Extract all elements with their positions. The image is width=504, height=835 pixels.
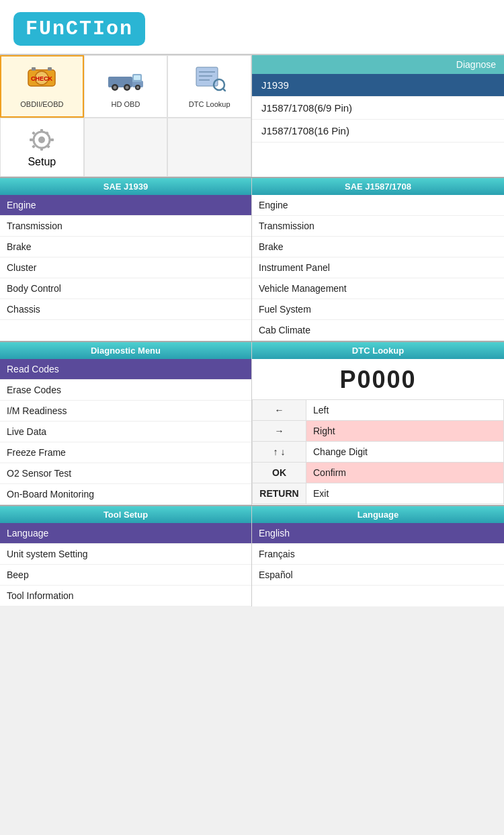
- sae-j1587-item-6[interactable]: Cab Climate: [252, 320, 504, 341]
- tool-setup-header: Tool Setup: [0, 506, 251, 523]
- diag-item-4[interactable]: Freeze Frame: [0, 442, 251, 463]
- diagnostic-menu-header: Diagnostic Menu: [0, 342, 251, 359]
- dtc-action-0: Left: [306, 400, 504, 421]
- setup-icon: [27, 126, 56, 156]
- dtc-key-4: RETURN: [253, 483, 306, 504]
- diag-item-0[interactable]: Read Codes: [0, 359, 251, 380]
- diagnose-item-0[interactable]: J1939: [252, 74, 504, 97]
- dtc-lookup-label: DTC Lookup: [189, 100, 230, 108]
- svg-point-22: [38, 136, 45, 143]
- svg-point-12: [125, 86, 128, 89]
- logo-text: FUnCTIon: [26, 17, 133, 40]
- svg-rect-24: [40, 147, 43, 151]
- tool-setup-panel: Tool Setup Language Unit system Setting …: [0, 506, 252, 606]
- diag-item-5[interactable]: O2 Sensor Test: [0, 463, 251, 484]
- dtc-keys-table: ← Left → Right ↑ ↓ Change Digit OK Confi…: [252, 399, 504, 504]
- obdii-icon-cell[interactable]: CHECK OBDII/EOBD: [0, 55, 84, 118]
- dtc-lookup-panel: DTC Lookup P0000 ← Left → Right ↑ ↓ Chan…: [252, 342, 504, 505]
- dtc-action-3: Confirm: [306, 463, 504, 483]
- obdii-label: OBDII/EOBD: [20, 100, 63, 108]
- svg-text:CHECK: CHECK: [31, 75, 53, 82]
- dtc-action-1: Right: [306, 421, 504, 442]
- language-header: Language: [252, 506, 504, 523]
- sae-j1587-item-2[interactable]: Brake: [252, 237, 504, 257]
- sae-j1587-header: SAE J1587/1708: [252, 178, 504, 195]
- svg-rect-8: [134, 75, 140, 80]
- svg-rect-3: [32, 67, 36, 71]
- sae-j1939-panel: SAE J1939 Engine Transmission Brake Clus…: [0, 178, 252, 341]
- svg-point-14: [136, 86, 139, 89]
- sae-j1939-item-0[interactable]: Engine: [0, 195, 251, 216]
- sae-j1939-header: SAE J1939: [0, 178, 251, 195]
- diag-item-6[interactable]: On-Board Monitoring: [0, 484, 251, 505]
- sae-j1587-item-1[interactable]: Transmission: [252, 216, 504, 237]
- svg-rect-25: [30, 138, 33, 141]
- diag-item-3[interactable]: Live Data: [0, 422, 251, 442]
- svg-rect-26: [50, 138, 54, 141]
- dtc-key-3: OK: [253, 463, 306, 483]
- hd-obd-icon-cell[interactable]: HD OBD: [84, 55, 168, 118]
- diagnostic-menu-panel: Diagnostic Menu Read Codes Erase Codes I…: [0, 342, 252, 505]
- dtc-key-1: →: [253, 421, 306, 442]
- svg-rect-23: [40, 129, 43, 132]
- lang-item-0[interactable]: English: [252, 523, 504, 544]
- dtc-key-0: ←: [253, 400, 306, 421]
- diag-item-2[interactable]: I/M Readiness: [0, 401, 251, 422]
- sae-j1587-item-5[interactable]: Fuel System: [252, 299, 504, 320]
- sae-j1939-item-4[interactable]: Body Control: [0, 278, 251, 299]
- obdii-icon: CHECK: [25, 65, 58, 97]
- svg-point-10: [113, 86, 116, 89]
- icons-row-2: Setup: [0, 118, 251, 177]
- sae-j1939-item-3[interactable]: Cluster: [0, 257, 251, 278]
- sae-section: SAE J1939 Engine Transmission Brake Clus…: [0, 177, 504, 341]
- svg-line-20: [223, 89, 226, 91]
- dtc-action-2: Change Digit: [306, 442, 504, 463]
- function-logo: FUnCTIon: [13, 12, 145, 46]
- tool-item-3[interactable]: Tool Information: [0, 586, 251, 606]
- dtc-lookup-icon: [194, 65, 226, 97]
- lang-item-1[interactable]: Français: [252, 544, 504, 565]
- dtc-action-4: Exit: [306, 483, 504, 504]
- setup-label: Setup: [28, 156, 56, 168]
- dtc-key-row-4: RETURN Exit: [253, 483, 504, 504]
- tool-lang-section: Tool Setup Language Unit system Setting …: [0, 505, 504, 606]
- sae-j1587-item-3[interactable]: Instrument Panel: [252, 257, 504, 278]
- diagnose-item-2[interactable]: J1587/1708(16 Pin): [252, 120, 504, 143]
- language-panel: Language English Français Español: [252, 506, 504, 606]
- empty-cell-2: [167, 118, 251, 177]
- dtc-key-row-2: ↑ ↓ Change Digit: [253, 442, 504, 463]
- icons-row-1: CHECK OBDII/EOBD: [0, 55, 251, 118]
- tool-item-0[interactable]: Language: [0, 523, 251, 544]
- dtc-lookup-icon-cell[interactable]: DTC Lookup: [167, 55, 251, 118]
- sae-j1587-item-4[interactable]: Vehicle Management: [252, 278, 504, 299]
- hd-obd-label: HD OBD: [112, 100, 140, 108]
- dtc-lookup-header: DTC Lookup: [252, 342, 504, 359]
- diag-dtc-section: Diagnostic Menu Read Codes Erase Codes I…: [0, 341, 504, 505]
- setup-icon-cell[interactable]: Setup: [0, 118, 84, 177]
- dtc-key-row-0: ← Left: [253, 400, 504, 421]
- tool-item-2[interactable]: Beep: [0, 565, 251, 586]
- empty-cell-1: [84, 118, 168, 177]
- lang-item-2[interactable]: Español: [252, 565, 504, 586]
- sae-j1587-panel: SAE J1587/1708 Engine Transmission Brake…: [252, 178, 504, 341]
- hd-obd-icon: [107, 65, 144, 97]
- dtc-code-display: P0000: [252, 359, 504, 399]
- diagnose-item-1[interactable]: J1587/1708(6/9 Pin): [252, 97, 504, 120]
- diagnose-header: Diagnose: [252, 55, 504, 74]
- dtc-key-row-3: OK Confirm: [253, 463, 504, 483]
- dtc-key-2: ↑ ↓: [253, 442, 306, 463]
- sae-j1587-item-0[interactable]: Engine: [252, 195, 504, 216]
- diag-item-1[interactable]: Erase Codes: [0, 380, 251, 401]
- svg-rect-4: [48, 67, 52, 71]
- tool-item-1[interactable]: Unit system Setting: [0, 544, 251, 565]
- sae-j1939-item-2[interactable]: Brake: [0, 237, 251, 257]
- dtc-key-row-1: → Right: [253, 421, 504, 442]
- top-section: CHECK OBDII/EOBD: [0, 54, 504, 177]
- icons-container: CHECK OBDII/EOBD: [0, 55, 252, 177]
- sae-j1939-item-5[interactable]: Chassis: [0, 299, 251, 320]
- header: FUnCTIon: [0, 0, 504, 54]
- diagnose-panel: Diagnose J1939 J1587/1708(6/9 Pin) J1587…: [252, 55, 504, 177]
- sae-j1939-item-1[interactable]: Transmission: [0, 216, 251, 237]
